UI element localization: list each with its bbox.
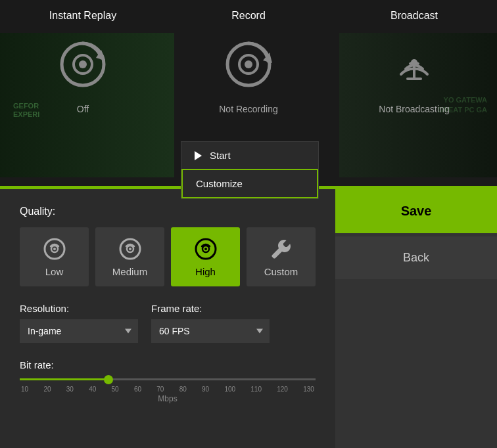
tick-70: 70 xyxy=(156,386,164,393)
instant-replay-icon-container xyxy=(53,35,112,94)
back-button[interactable]: Back xyxy=(335,236,497,279)
instant-replay-col: Instant Replay Off xyxy=(17,10,149,114)
tick-60: 60 xyxy=(134,386,141,393)
framerate-group: Frame rate: 60 FPS 30 FPS xyxy=(151,303,270,343)
tick-50: 50 xyxy=(112,386,119,393)
tick-10: 10 xyxy=(21,386,28,393)
svg-point-6 xyxy=(245,60,252,68)
svg-point-16 xyxy=(129,248,131,250)
resolution-select[interactable]: In-game 1080p 720p xyxy=(20,319,138,343)
settings-panel: Quality: Low Medium xyxy=(0,189,335,448)
instant-replay-title: Instant Replay xyxy=(49,10,116,22)
record-dropdown-menu: Start Customize xyxy=(181,141,319,199)
broadcast-title: Broadcast xyxy=(390,10,438,22)
customize-label: Customize xyxy=(196,178,243,189)
customize-menu-item[interactable]: Customize xyxy=(181,169,318,198)
instant-replay-icon xyxy=(57,38,109,91)
broadcast-col: Broadcast Not Broadcasting xyxy=(348,10,480,114)
resolution-label: Resolution: xyxy=(20,303,138,314)
quality-label: Quality: xyxy=(20,206,316,217)
record-icon xyxy=(222,38,275,91)
svg-point-19 xyxy=(204,248,207,250)
tick-20: 20 xyxy=(43,386,51,393)
tick-90: 90 xyxy=(202,386,209,393)
bitrate-unit: Mbps xyxy=(20,394,316,403)
record-status: Not Recording xyxy=(219,104,278,114)
svg-point-13 xyxy=(53,248,56,250)
quality-custom-button[interactable]: Custom xyxy=(247,227,316,286)
svg-point-2 xyxy=(79,60,87,68)
quality-custom-icon xyxy=(270,237,293,261)
quality-high-icon xyxy=(194,237,218,261)
start-menu-item[interactable]: Start xyxy=(181,142,318,169)
record-icon-container xyxy=(219,35,278,94)
framerate-select[interactable]: 60 FPS 30 FPS xyxy=(151,319,270,343)
save-button[interactable]: Save xyxy=(335,189,497,233)
quality-low-icon xyxy=(43,237,66,261)
tick-130: 130 xyxy=(303,386,314,393)
settings-row: Resolution: In-game 1080p 720p Frame rat… xyxy=(20,303,316,343)
broadcast-icon-container xyxy=(385,35,444,94)
start-label: Start xyxy=(210,150,231,161)
tick-40: 40 xyxy=(89,386,96,393)
quality-medium-button[interactable]: Medium xyxy=(95,227,164,286)
bitrate-ticks: 10 20 30 40 50 60 70 80 90 100 110 120 1… xyxy=(20,386,316,393)
bitrate-slider-fill xyxy=(20,378,108,380)
record-title: Record xyxy=(231,10,266,22)
tick-100: 100 xyxy=(224,386,235,393)
tick-30: 30 xyxy=(66,386,74,393)
right-panel: Save Back xyxy=(335,189,497,448)
bitrate-slider-track[interactable] xyxy=(20,378,316,380)
play-icon xyxy=(195,151,202,160)
broadcast-icon xyxy=(388,38,440,91)
quality-options: Low Medium High C xyxy=(20,227,316,286)
bitrate-label: Bit rate: xyxy=(20,359,316,370)
bitrate-slider-container xyxy=(20,378,316,380)
quality-low-button[interactable]: Low xyxy=(20,227,89,286)
tick-80: 80 xyxy=(179,386,187,393)
resolution-group: Resolution: In-game 1080p 720p xyxy=(20,303,138,343)
framerate-select-wrapper: 60 FPS 30 FPS xyxy=(151,319,270,343)
broadcast-status: Not Broadcasting xyxy=(379,104,449,114)
bitrate-slider-thumb[interactable] xyxy=(104,375,113,384)
resolution-select-wrapper: In-game 1080p 720p xyxy=(20,319,138,343)
framerate-label: Frame rate: xyxy=(151,303,270,314)
quality-high-button[interactable]: High xyxy=(171,227,240,286)
instant-replay-status: Off xyxy=(77,104,89,114)
record-col: Record Not Recording xyxy=(183,10,314,114)
tick-120: 120 xyxy=(277,386,288,393)
tick-110: 110 xyxy=(250,386,262,393)
quality-medium-icon xyxy=(118,237,142,261)
